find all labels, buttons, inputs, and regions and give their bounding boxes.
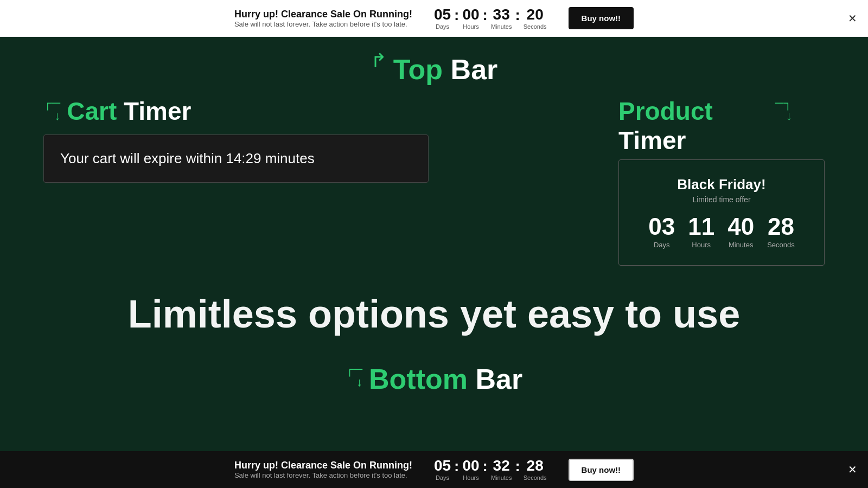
bottom-bar-title: Hurry up! Clearance Sale On Running! [234,460,412,471]
product-seconds-label: Seconds [767,241,795,249]
cart-label-white: Timer [124,97,191,125]
product-hours-label: Hours [688,241,714,249]
top-bar-timer: 05 Days : 00 Hours : 33 Minutes : 20 Sec… [434,7,547,30]
bottom-bar-minutes-label: Minutes [491,474,512,481]
cart-timer-message: Your cart will expire within 14:29 minut… [60,150,315,166]
product-minutes-unit: 40 Minutes [727,215,754,249]
product-timer-title: Black Friday! [641,176,802,193]
bottom-bar-seconds-value: 28 [524,458,547,473]
product-seconds-value: 28 [767,215,795,239]
bottom-label-green: Bottom [369,363,468,395]
bottom-bar-text-block: Hurry up! Clearance Sale On Running! Sal… [234,460,412,479]
top-bar-seconds-label: Seconds [524,23,547,30]
bottom-bar-colon-2: : [483,458,488,475]
bottom-bar-colon-3: : [515,458,520,475]
top-bar-text-block: Hurry up! Clearance Sale On Running! Sal… [234,9,412,28]
top-bar-label-white: Bar [451,54,498,85]
top-bar-buy-button[interactable]: Buy now!! [569,7,634,29]
top-bar-days-value: 05 [434,7,451,22]
top-bar-hours-label: Hours [462,23,479,30]
bottom-bar-timer: 05 Days : 00 Hours : 32 Minutes : 28 Sec… [434,458,547,481]
top-bar-seconds-value: 20 [524,7,547,22]
top-bar-hours-unit: 00 Hours [462,7,479,30]
bottom-bar-hours-label: Hours [462,474,479,481]
hero-text: Limitless options yet easy to use [128,293,740,336]
bottom-bar-annotation: ┌─ ↓ Bottom Bar [346,363,522,395]
product-timer-section: Product Timer ─┐ ↓ Black Friday! Limited… [618,97,825,266]
top-bar-arrow-icon: ↱ [371,53,387,69]
product-timer-annotation: Product Timer ─┐ ↓ [618,97,792,155]
product-label-green: Product [618,97,713,125]
cart-arrow-horizontal: ┌─ [43,97,60,110]
bottom-bar-days-unit: 05 Days [434,458,451,481]
product-hours-unit: 11 Hours [688,215,714,249]
product-hours-value: 11 [688,215,714,239]
product-minutes-label: Minutes [727,241,754,249]
product-arrow-horizontal: ─┐ [775,97,792,110]
bottom-bar: Hurry up! Clearance Sale On Running! Sal… [0,451,868,488]
top-bar-days-unit: 05 Days [434,7,451,30]
cart-timer-box: Your cart will expire within 14:29 minut… [43,134,429,183]
top-bar: Hurry up! Clearance Sale On Running! Sal… [0,0,868,37]
cart-label-green: Cart [67,97,117,125]
main-content: ↱ Top Bar ┌─ ↓ Cart Timer Your cart will… [0,37,868,451]
bottom-arrow-vertical: ↓ [356,376,362,389]
bottom-arrow-horizontal: ┌─ [346,363,362,376]
cart-timer-section: ┌─ ↓ Cart Timer Your cart will expire wi… [43,97,597,183]
bottom-bar-minutes-value: 32 [491,458,512,473]
product-timer-label: Product Timer [618,97,769,155]
product-minutes-value: 40 [727,215,754,239]
top-bar-subtitle: Sale will not last forever. Take action … [234,20,412,28]
bottom-bar-seconds-unit: 28 Seconds [524,458,547,481]
top-bar-colon-2: : [483,7,488,24]
cart-timer-label: Cart Timer [67,97,191,126]
top-bar-minutes-unit: 33 Minutes [491,7,512,30]
bottom-bar-days-label: Days [434,474,451,481]
product-seconds-unit: 28 Seconds [767,215,795,249]
product-label-white: Timer [618,126,686,155]
cart-arrow-vertical: ↓ [54,110,60,123]
bottom-bar-seconds-label: Seconds [524,474,547,481]
cart-timer-arrow: ┌─ ↓ [43,97,60,123]
bottom-bar-hours-value: 00 [462,458,479,473]
product-days-value: 03 [648,215,675,239]
product-timer-arrow: ─┐ ↓ [775,97,792,123]
product-days-unit: 03 Days [648,215,675,249]
bottom-bar-subtitle: Sale will not last forever. Take action … [234,471,412,479]
top-bar-colon-1: : [454,7,459,24]
cart-timer-annotation: ┌─ ↓ Cart Timer [43,97,597,126]
top-bar-colon-3: : [515,7,520,24]
bottom-arrow: ┌─ ↓ [346,363,362,389]
product-timer-box: Black Friday! Limited time offer 03 Days… [618,159,825,266]
top-bar-section-label: Top Bar [393,53,498,86]
bottom-bar-hours-unit: 00 Hours [462,458,479,481]
bottom-bar-minutes-unit: 32 Minutes [491,458,512,481]
product-arrow-vertical: ↓ [782,110,792,123]
bottom-bar-close-button[interactable]: ✕ [848,463,857,476]
top-bar-days-label: Days [434,23,451,30]
bottom-bar-section-label: Bottom Bar [369,363,522,395]
product-timer-counts: 03 Days 11 Hours 40 Minutes 28 Seconds [641,215,802,249]
middle-section: ┌─ ↓ Cart Timer Your cart will expire wi… [43,97,825,266]
top-bar-minutes-value: 33 [491,7,512,22]
top-bar-minutes-label: Minutes [491,23,512,30]
product-days-label: Days [648,241,675,249]
top-bar-label-green: Top [393,54,443,85]
bottom-bar-colon-1: : [454,458,459,475]
bottom-bar-buy-button[interactable]: Buy now!! [569,459,634,481]
top-bar-hours-value: 00 [462,7,479,22]
top-bar-seconds-unit: 20 Seconds [524,7,547,30]
bottom-label-white: Bar [475,363,522,395]
top-bar-close-button[interactable]: ✕ [848,12,857,25]
bottom-bar-days-value: 05 [434,458,451,473]
product-timer-subtitle: Limited time offer [641,195,802,204]
top-bar-annotation: ↱ Top Bar [371,53,498,86]
top-bar-title: Hurry up! Clearance Sale On Running! [234,9,412,20]
